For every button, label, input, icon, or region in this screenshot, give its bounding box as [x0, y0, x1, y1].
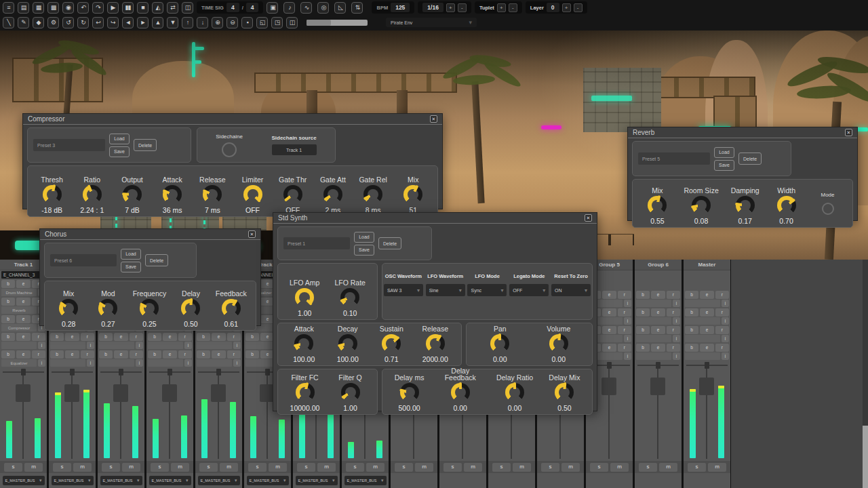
pencil-icon[interactable]: ✎: [18, 17, 29, 28]
edit-button[interactable]: e: [700, 308, 713, 317]
edit-button[interactable]: e: [651, 326, 665, 334]
solo-button[interactable]: s: [639, 463, 657, 472]
move-down-icon[interactable]: ↓: [197, 17, 208, 28]
solo-button[interactable]: s: [688, 463, 706, 472]
delete-button[interactable]: Delete: [378, 237, 401, 249]
close-icon[interactable]: ✕: [845, 129, 852, 136]
edit-button[interactable]: e: [16, 315, 30, 323]
remove-button[interactable]: r: [667, 344, 680, 352]
bypass-button[interactable]: b: [99, 333, 113, 341]
mute-button[interactable]: m: [317, 463, 336, 472]
pan-slider[interactable]: [49, 367, 96, 375]
automation-icon[interactable]: ◺: [334, 2, 346, 14]
mute-button[interactable]: m: [513, 463, 531, 472]
copy-icon[interactable]: ◱: [256, 17, 268, 28]
pause-icon[interactable]: ▮▮: [122, 2, 134, 14]
pan-slider[interactable]: [0, 367, 47, 375]
solo-button[interactable]: s: [4, 463, 22, 472]
output-bus-select[interactable]: E_MASTER_BUS▾: [52, 476, 94, 485]
solo-button[interactable]: s: [151, 463, 169, 472]
pan-handle[interactable]: [265, 369, 270, 375]
info-button[interactable]: i: [722, 335, 729, 342]
fader-handle[interactable]: [699, 378, 714, 395]
delete-button[interactable]: Delete: [134, 139, 157, 151]
solo-button[interactable]: s: [346, 463, 364, 472]
delete-button[interactable]: Delete: [738, 152, 762, 165]
info-button[interactable]: i: [87, 342, 94, 349]
preset-name-input[interactable]: Preset 6: [50, 254, 117, 266]
solo-button[interactable]: s: [102, 463, 120, 472]
output-bus-select[interactable]: E_MASTER_BUS▾: [3, 476, 45, 485]
pan-handle[interactable]: [167, 369, 172, 375]
division-increase-button[interactable]: +: [446, 3, 455, 12]
loop-icon[interactable]: ⇄: [167, 2, 178, 14]
delay-ms-knob[interactable]: [400, 383, 419, 402]
remove-button[interactable]: r: [178, 333, 192, 341]
ratio-knob[interactable]: [83, 185, 102, 204]
envelope-icon[interactable]: ∿: [300, 2, 312, 14]
pan-slider[interactable]: [195, 367, 242, 375]
edit-button[interactable]: e: [65, 333, 79, 341]
pan-handle[interactable]: [607, 362, 612, 369]
pan-handle[interactable]: [656, 362, 660, 369]
mix-knob[interactable]: [648, 196, 667, 215]
output-knob[interactable]: [123, 185, 142, 204]
bpm-value[interactable]: 125: [391, 3, 410, 12]
delay-ratio-knob[interactable]: [505, 383, 524, 402]
remove-button[interactable]: r: [667, 291, 680, 299]
edit-button[interactable]: e: [163, 350, 176, 359]
note-icon[interactable]: ♪: [283, 2, 295, 14]
timeline-zoom-slider[interactable]: [307, 20, 368, 26]
faders-icon[interactable]: ⇅: [351, 2, 363, 14]
bypass-button[interactable]: b: [197, 333, 210, 341]
layer-value[interactable]: 0: [547, 3, 559, 12]
bypass-button[interactable]: b: [1, 280, 15, 288]
bypass-button[interactable]: b: [685, 291, 698, 299]
redo-icon[interactable]: ↷: [92, 2, 104, 14]
edit-button[interactable]: e: [163, 333, 176, 341]
delete-button[interactable]: Delete: [145, 254, 168, 266]
remove-button[interactable]: r: [81, 333, 94, 341]
reverb-titlebar[interactable]: Reverb ✕: [628, 127, 857, 138]
edit-button[interactable]: e: [602, 326, 616, 334]
preset-name-input[interactable]: Preset 5: [638, 152, 710, 165]
duplicate-icon[interactable]: ◫: [286, 17, 298, 28]
edit-button[interactable]: e: [16, 350, 30, 359]
rotate-ccw-icon[interactable]: ↺: [62, 17, 74, 28]
solo-button[interactable]: s: [395, 463, 413, 472]
solo-button[interactable]: s: [590, 463, 608, 472]
mute-button[interactable]: m: [171, 463, 189, 472]
sidechain-toggle[interactable]: [222, 142, 237, 157]
speaker-icon[interactable]: ◎: [317, 2, 329, 14]
load-button[interactable]: Load: [109, 134, 130, 144]
info-button[interactable]: i: [624, 335, 631, 342]
menu-icon[interactable]: ≡: [3, 2, 14, 14]
metronome-icon[interactable]: ◭: [152, 2, 163, 14]
decay-knob[interactable]: [338, 334, 357, 353]
sustain-knob[interactable]: [382, 334, 401, 353]
lfo-mode-select[interactable]: Sync▾: [467, 284, 507, 296]
volume-knob[interactable]: [549, 334, 568, 353]
bypass-button[interactable]: b: [1, 298, 15, 306]
nav-left-icon[interactable]: ◄: [122, 17, 134, 28]
thresh-knob[interactable]: [43, 185, 62, 204]
edit-button[interactable]: e: [602, 344, 616, 352]
pan-handle[interactable]: [705, 362, 709, 369]
mute-button[interactable]: m: [24, 463, 43, 472]
info-button[interactable]: i: [184, 359, 192, 367]
feedback-knob[interactable]: [222, 299, 241, 318]
mute-button[interactable]: m: [415, 463, 433, 472]
edit-button[interactable]: e: [65, 350, 79, 359]
remove-button[interactable]: r: [178, 350, 192, 359]
edit-button[interactable]: e: [700, 291, 713, 299]
pan-slider[interactable]: [684, 361, 730, 369]
layer-increase-button[interactable]: +: [562, 3, 571, 12]
info-button[interactable]: i: [136, 359, 143, 367]
close-icon[interactable]: ✕: [248, 230, 256, 238]
remove-button[interactable]: r: [618, 291, 631, 299]
nav-up-icon[interactable]: ▲: [152, 17, 163, 28]
load-button[interactable]: Load: [354, 232, 374, 243]
mode-toggle[interactable]: [822, 203, 834, 215]
remove-button[interactable]: r: [130, 350, 143, 359]
release-knob[interactable]: [203, 185, 222, 204]
